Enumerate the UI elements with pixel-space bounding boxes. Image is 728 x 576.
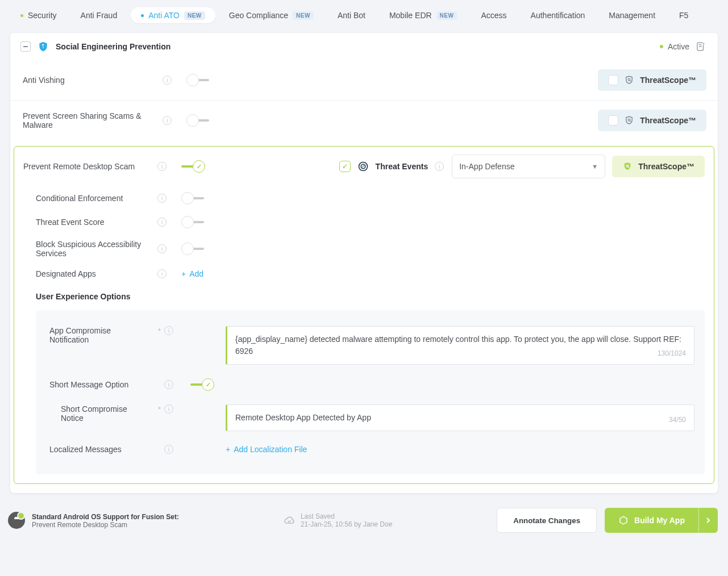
status-label: Active (668, 42, 689, 51)
footer-os-value: Prevent Remote Desktop Scam (32, 521, 179, 529)
threatscope-checkbox[interactable] (608, 115, 618, 126)
threatscope-chip-active[interactable]: ThreatScope™ (612, 156, 705, 177)
tab-f5[interactable]: F5 (669, 7, 698, 23)
chevron-down-icon: ▼ (592, 163, 598, 170)
row-designated-apps: Designated Apps i + Add (14, 264, 714, 284)
info-icon[interactable]: i (157, 269, 167, 278)
toggle-block-accessibility[interactable] (181, 243, 207, 255)
text-value: Remote Desktop App Detected by App (235, 412, 371, 424)
row-threat-event-score: Threat Event Score i (14, 210, 714, 234)
new-badge: NEW (293, 11, 314, 20)
annotate-changes-button[interactable]: Annotate Changes (497, 508, 597, 533)
tab-label: F5 (679, 11, 688, 20)
app-compromise-text-input[interactable]: {app_display_name} detected malware atte… (226, 326, 694, 365)
uxo-panel: App Compromise Notification * i {app_dis… (36, 310, 705, 474)
tab-mobile-edr[interactable]: Mobile EDR NEW (379, 7, 468, 23)
notes-icon (696, 41, 706, 52)
row-label: Prevent Remote Desktop Scam (23, 162, 154, 171)
add-app-button[interactable]: + Add (181, 269, 215, 278)
tab-management[interactable]: Management (598, 7, 665, 23)
defense-mode-dropdown[interactable]: In-App Defense ▼ (452, 155, 605, 178)
footer-mid: Last Saved 21-Jan-25, 10:56 by Jane Doe (284, 512, 392, 528)
threatscope-chip[interactable]: ThreatScope™ (598, 69, 706, 91)
build-icon (618, 515, 629, 525)
tab-authentification[interactable]: Authentification (521, 7, 596, 23)
info-icon[interactable]: i (157, 218, 167, 227)
saved-label: Last Saved (301, 512, 392, 520)
info-icon[interactable]: i (163, 116, 172, 125)
threatscope-icon (622, 161, 633, 172)
uxo-header: User Experience Options (14, 284, 714, 307)
toggle-short-message[interactable] (188, 378, 214, 391)
row-short-message-option: Short Message Option i (46, 372, 694, 398)
char-counter: 130/1024 (658, 348, 686, 358)
threatscope-checkbox[interactable] (608, 75, 618, 85)
threatscope-chip[interactable]: ThreatScope™ (598, 110, 706, 131)
tab-geo-compliance[interactable]: Geo Compliance NEW (219, 7, 324, 23)
tab-label: Anti Bot (338, 11, 365, 20)
tab-anti-bot[interactable]: Anti Bot (327, 7, 376, 23)
collapse-icon (23, 44, 28, 49)
row-localized-messages: Localized Messages i + Add Localization … (46, 438, 694, 461)
info-icon[interactable]: i (157, 162, 167, 171)
info-icon[interactable]: i (164, 380, 173, 389)
new-badge: NEW (184, 11, 205, 20)
toggle-anti-vishing[interactable] (186, 74, 213, 86)
toggle-prevent-screen-sharing[interactable] (186, 114, 213, 127)
plus-icon: + (226, 445, 230, 454)
threatscope-label: ThreatScope™ (638, 162, 694, 171)
threatscope-label: ThreatScope™ (640, 76, 696, 85)
notes-icon-button[interactable] (695, 41, 706, 52)
tab-label: Authentification (531, 11, 585, 20)
footer-bar: Standard Android OS Support for Fusion S… (0, 503, 728, 537)
info-icon[interactable]: i (157, 194, 167, 203)
row-label: Prevent Screen Sharing Scams & Malware (23, 111, 159, 130)
tab-anti-ato[interactable]: Anti ATO NEW (131, 7, 215, 23)
build-more-button[interactable] (698, 508, 718, 533)
info-icon[interactable]: i (157, 244, 167, 253)
tab-label: Anti ATO (148, 11, 180, 20)
add-localization-button[interactable]: + Add Localization File (226, 445, 694, 454)
footer-left: Standard Android OS Support for Fusion S… (8, 512, 179, 529)
tab-access[interactable]: Access (471, 7, 517, 23)
build-my-app-button[interactable]: Build My App (605, 508, 718, 533)
card-social-engineering: Social Engineering Prevention Active Ant… (10, 33, 718, 493)
info-icon[interactable]: i (163, 76, 172, 85)
shield-icon (38, 41, 49, 52)
threatscope-label: ThreatScope™ (640, 116, 696, 125)
info-icon[interactable]: i (164, 326, 173, 335)
tabs-bar: Security Anti Fraud Anti ATO NEW Geo Com… (0, 0, 728, 31)
toggle-prevent-remote-desktop[interactable] (179, 160, 205, 173)
tab-anti-fraud[interactable]: Anti Fraud (70, 7, 128, 23)
row-label: App Compromise Notification (46, 326, 148, 344)
info-icon[interactable]: i (164, 445, 173, 454)
short-notice-text-input[interactable]: Remote Desktop App Detected by App 34/50 (226, 404, 694, 431)
row-label: Designated Apps (23, 269, 154, 278)
highlight-prevent-remote-desktop: Prevent Remote Desktop Scam i ✓ Threat E… (14, 146, 714, 484)
button-label: Build My App (634, 516, 685, 525)
chevron-right-icon (705, 517, 711, 523)
tab-label: Anti Fraud (81, 11, 118, 20)
row-label: Block Suspicious Accessibility Services (23, 240, 154, 258)
threat-events-icon (357, 161, 369, 172)
row-label: Anti Vishing (23, 76, 159, 85)
svg-rect-0 (23, 46, 28, 47)
footer-os-label: Standard Android OS Support for Fusion S… (32, 513, 179, 521)
status-dot-icon (660, 45, 663, 48)
android-icon (8, 512, 25, 529)
toggle-threat-event-score[interactable] (181, 216, 207, 228)
info-icon[interactable]: i (164, 404, 173, 414)
row-app-compromise-notification: App Compromise Notification * i {app_dis… (46, 319, 694, 372)
toggle-conditional-enforcement[interactable] (181, 192, 207, 204)
collapse-button[interactable] (20, 41, 31, 52)
info-icon[interactable]: i (435, 162, 444, 171)
text-value: {app_display_name} detected malware atte… (235, 335, 681, 356)
tab-label: Mobile EDR (389, 11, 432, 20)
footer-text: Standard Android OS Support for Fusion S… (32, 512, 179, 529)
card-title: Social Engineering Prevention (56, 42, 170, 51)
row-label: Conditional Enforcement (23, 194, 154, 203)
threat-events-checkbox[interactable]: ✓ (339, 161, 351, 172)
tab-security[interactable]: Security (10, 7, 67, 23)
threatscope-icon (624, 75, 634, 85)
status-dot-icon (141, 14, 144, 17)
